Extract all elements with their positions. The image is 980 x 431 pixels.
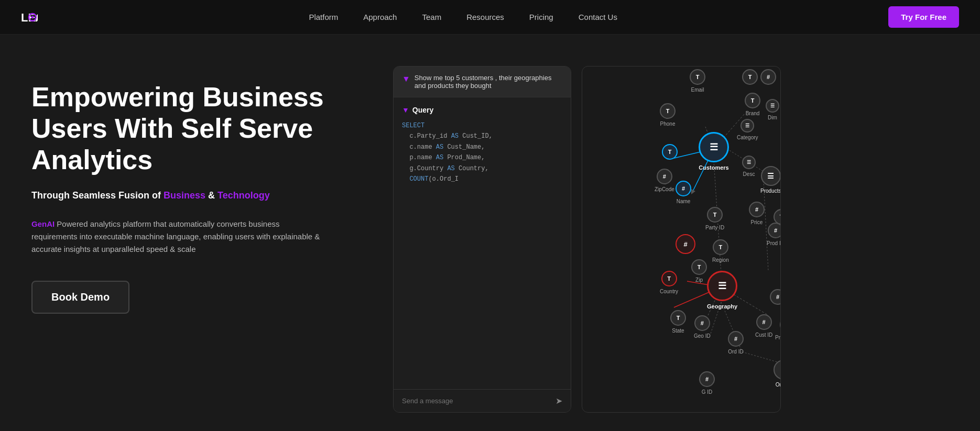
node-zipcode-label: ZipCode bbox=[655, 186, 674, 192]
node-t-country-circle: T bbox=[661, 271, 677, 286]
nav-pricing[interactable]: Pricing bbox=[529, 13, 553, 21]
node-product-id-circle: # bbox=[780, 317, 781, 333]
hero-title: Empowering Business Users With Self Serv… bbox=[31, 82, 372, 175]
chat-header: ▼ Show me top 5 customers , their geogra… bbox=[394, 67, 571, 97]
node-product-id: # Product ID bbox=[775, 317, 781, 340]
node-hash-blue: # Name bbox=[676, 181, 691, 204]
node-party-id: T Party ID bbox=[705, 207, 724, 230]
node-desc: ☰ Desc bbox=[742, 156, 756, 177]
node-brand-circle: T bbox=[745, 93, 760, 108]
chat-header-text: Show me top 5 customers , their geograph… bbox=[415, 74, 562, 90]
node-hash-ordid-label: Ord ID bbox=[728, 349, 743, 355]
node-hash-blue-circle: # bbox=[676, 181, 691, 196]
nav-resources[interactable]: Resources bbox=[466, 13, 504, 21]
node-customers: ☰ Customers bbox=[699, 132, 729, 171]
logo-icon: LEG AI bbox=[21, 9, 38, 26]
query-label: ▼ Query bbox=[402, 106, 562, 114]
query-section: ▼ Query SELECT c.Party_id AS Cust_ID, c.… bbox=[394, 97, 571, 389]
node-prod-id-circle: # bbox=[768, 223, 781, 238]
chat-arrow-icon: ▼ bbox=[402, 74, 410, 84]
genai-label: GenAI bbox=[31, 219, 55, 228]
subtitle-business: Business bbox=[164, 190, 205, 201]
node-geography: ☰ Geography bbox=[707, 271, 737, 310]
svg-text:AI: AI bbox=[35, 11, 38, 24]
chat-panel: ▼ Show me top 5 customers , their geogra… bbox=[393, 66, 571, 413]
node-gid-label: G ID bbox=[702, 389, 713, 395]
subtitle-prefix: Through Seamless Fusion of bbox=[31, 190, 164, 201]
node-desc-label: Desc bbox=[743, 171, 755, 177]
node-zipcode-circle: # bbox=[657, 169, 672, 184]
chat-input-field[interactable] bbox=[402, 397, 551, 405]
node-hash-ordid-circle: # bbox=[728, 331, 744, 347]
node-hash-red: # bbox=[676, 234, 695, 254]
node-products-circle: ☰ bbox=[761, 166, 781, 186]
node-gid-circle: # bbox=[699, 371, 715, 387]
node-zip-circle: T bbox=[691, 259, 707, 275]
node-products-label: Products bbox=[760, 188, 781, 194]
navbar: LEG AI Platform Approach Team Resources … bbox=[0, 0, 980, 35]
node-hash-red-circle: # bbox=[676, 234, 695, 254]
node-t-country-label: Country bbox=[660, 289, 678, 294]
query-arrow-icon: ▼ bbox=[402, 106, 409, 114]
nav-approach[interactable]: Approach bbox=[363, 13, 397, 21]
node-t-state: T State bbox=[670, 310, 686, 334]
subtitle-and: & bbox=[205, 190, 217, 201]
node-desc-circle: ☰ bbox=[742, 156, 756, 169]
node-geography-circle: ☰ bbox=[707, 271, 737, 301]
node-t-blue-circle: T bbox=[662, 144, 678, 160]
node-hash-tr2-circle: # bbox=[770, 289, 781, 305]
nav-platform[interactable]: Platform bbox=[309, 13, 338, 21]
svg-point-2 bbox=[31, 16, 34, 18]
node-dim-label: Dim bbox=[768, 115, 777, 120]
logo: LEG AI bbox=[21, 9, 38, 26]
node-category-circle: ☰ bbox=[741, 119, 754, 132]
node-category: ☰ Category bbox=[737, 119, 758, 140]
node-zip: T Zip bbox=[691, 259, 707, 283]
subtitle-tech: Technology bbox=[217, 190, 270, 201]
node-hash-custid: # Cust ID bbox=[755, 314, 772, 338]
node-hash-topright: # bbox=[760, 69, 776, 85]
node-prod-id: # Prod ID bbox=[767, 223, 781, 246]
node-party-id-circle: T bbox=[707, 207, 723, 223]
send-button[interactable]: ➤ bbox=[556, 396, 562, 406]
node-zip-label: Zip bbox=[695, 277, 703, 283]
hero-description: GenAI Powered analytics platform that au… bbox=[31, 218, 325, 256]
node-hash-ordid: # Ord ID bbox=[728, 331, 744, 355]
node-region: T Region bbox=[712, 239, 729, 263]
node-dim-circle: ☰ bbox=[766, 99, 779, 113]
graph-panel: T Email T # T Brand ☰ bbox=[582, 66, 781, 413]
node-t-state-label: State bbox=[672, 328, 684, 334]
node-customers-circle: ☰ bbox=[699, 132, 729, 162]
node-hash-custid-circle: # bbox=[756, 314, 772, 330]
nav-contact[interactable]: Contact Us bbox=[579, 13, 617, 21]
hero-subtitle: Through Seamless Fusion of Business & Te… bbox=[31, 190, 372, 201]
node-hash-tr2: # bbox=[770, 289, 781, 305]
node-product-id-label: Product ID bbox=[775, 335, 781, 340]
node-email-circle: T bbox=[690, 69, 705, 85]
node-t-state-circle: T bbox=[670, 310, 686, 326]
graph-canvas: T Email T # T Brand ☰ bbox=[582, 67, 781, 412]
node-region-circle: T bbox=[713, 239, 728, 255]
node-zipcode: # ZipCode bbox=[655, 169, 674, 192]
node-hash-topright-circle: # bbox=[760, 69, 776, 85]
node-hash-geoid-circle: # bbox=[694, 315, 710, 331]
node-gid: # G ID bbox=[699, 371, 715, 395]
node-region-label: Region bbox=[712, 257, 729, 263]
node-phone-circle: T bbox=[660, 103, 676, 119]
node-prod-id-label: Prod ID bbox=[767, 240, 781, 246]
node-t-blue: T bbox=[662, 144, 678, 160]
hero-section: Empowering Business Users With Self Serv… bbox=[31, 66, 372, 314]
node-customers-label: Customers bbox=[699, 164, 728, 171]
node-orders: ☰ Orders bbox=[774, 360, 781, 388]
node-brand-label: Brand bbox=[746, 110, 760, 116]
node-hash-geoid-label: Geo ID bbox=[694, 333, 711, 339]
try-free-button[interactable]: Try For Free bbox=[888, 6, 959, 28]
node-t-country: T Country bbox=[660, 271, 678, 294]
node-t-topright: T bbox=[742, 69, 758, 85]
node-products: ☰ Products bbox=[760, 166, 781, 194]
node-t-topright-circle: T bbox=[742, 69, 758, 85]
query-code: SELECT c.Party_id AS Cust_ID, c.name AS … bbox=[402, 120, 562, 184]
node-dim: ☰ Dim bbox=[766, 99, 779, 120]
book-demo-button[interactable]: Book Demo bbox=[31, 281, 129, 314]
nav-team[interactable]: Team bbox=[422, 13, 441, 21]
